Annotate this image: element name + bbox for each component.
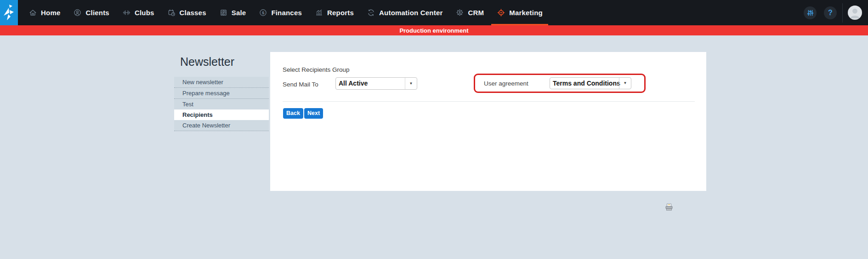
sidebar-menu: New newsletter Prepare message Test Reci… xyxy=(174,77,269,131)
highlight-box: User agreement Terms and Conditions ▼ xyxy=(474,74,646,93)
nav-label: Automation Center xyxy=(379,9,443,17)
nav-label: Finances xyxy=(271,9,302,17)
user-agreement-dropdown[interactable]: Terms and Conditions ▼ xyxy=(550,77,631,89)
environment-banner-text: Production environment xyxy=(399,27,468,34)
sale-icon xyxy=(219,8,228,17)
content-divider xyxy=(283,101,695,102)
nav-item-finances[interactable]: $ Finances xyxy=(252,0,308,25)
sidebar-title: Newsletter xyxy=(174,55,269,68)
settings-sliders-button[interactable] xyxy=(804,6,817,19)
send-mail-to-label: Send Mail To xyxy=(283,81,318,88)
nav-item-sale[interactable]: Sale xyxy=(213,0,253,25)
sidebar-item-recipients[interactable]: Recipients xyxy=(174,109,269,120)
clients-icon xyxy=(73,8,82,17)
help-button[interactable]: ? xyxy=(824,6,837,19)
print-button[interactable] xyxy=(664,203,674,213)
marketing-icon xyxy=(497,8,505,17)
classes-icon xyxy=(167,8,176,17)
nav-item-crm[interactable]: CRM xyxy=(449,0,490,25)
nav-label: CRM xyxy=(468,9,484,17)
sidebar-item-test[interactable]: Test xyxy=(174,99,269,109)
nav-divider xyxy=(842,3,843,23)
printer-icon xyxy=(664,203,674,211)
environment-banner: Production environment xyxy=(0,25,868,35)
top-navigation-bar: Home Clients Clubs xyxy=(0,0,868,25)
star-logo-icon xyxy=(0,0,18,25)
nav-label: Sale xyxy=(232,9,246,17)
home-icon xyxy=(28,8,37,17)
nav-label: Clubs xyxy=(135,9,154,17)
nav-label: Clients xyxy=(85,9,109,17)
nav-item-home[interactable]: Home xyxy=(22,0,67,25)
nav-item-clients[interactable]: Clients xyxy=(67,0,115,25)
user-avatar[interactable] xyxy=(848,6,862,20)
send-mail-to-dropdown[interactable]: All Active ▼ xyxy=(335,77,417,90)
dropdown-arrow-box[interactable]: ▼ xyxy=(405,78,417,89)
panel-heading: Select Recipients Group xyxy=(283,66,350,73)
nav-item-marketing[interactable]: Marketing xyxy=(490,0,549,25)
chevron-down-icon: ▼ xyxy=(409,82,413,86)
sidebar-item-new-newsletter[interactable]: New newsletter xyxy=(174,77,269,88)
recipients-step-panel: Select Recipients Group Send Mail To All… xyxy=(270,52,706,191)
automation-center-icon xyxy=(367,8,375,17)
sliders-icon xyxy=(806,9,814,17)
sidebar-item-create-newsletter[interactable]: Create Newsletter xyxy=(174,120,269,131)
sidebar-item-prepare-message[interactable]: Prepare message xyxy=(174,88,269,99)
next-button[interactable]: Next xyxy=(304,108,323,119)
newsletter-sidebar: Newsletter New newsletter Prepare messag… xyxy=(174,55,269,131)
nav-item-reports[interactable]: Reports xyxy=(308,0,360,25)
back-button[interactable]: Back xyxy=(283,108,303,119)
svg-text:$: $ xyxy=(262,10,265,15)
reports-icon xyxy=(315,8,323,17)
finances-icon: $ xyxy=(259,8,267,17)
nav-item-clubs[interactable]: Clubs xyxy=(116,0,161,25)
question-mark-icon: ? xyxy=(828,9,833,17)
dropdown-arrow-box[interactable]: ▼ xyxy=(619,78,631,89)
user-agreement-label: User agreement xyxy=(484,80,528,87)
nav-label: Marketing xyxy=(509,9,543,17)
nav-item-classes[interactable]: Classes xyxy=(161,0,213,25)
nav-label: Classes xyxy=(180,9,206,17)
main-menu: Home Clients Clubs xyxy=(22,0,549,25)
person-silhouette-icon xyxy=(848,6,862,20)
clubs-icon xyxy=(122,8,131,17)
nav-label: Reports xyxy=(327,9,354,17)
app-logo[interactable] xyxy=(0,0,18,25)
nav-label: Home xyxy=(41,9,60,17)
chevron-down-icon: ▼ xyxy=(624,81,627,85)
nav-item-automation-center[interactable]: Automation Center xyxy=(360,0,449,25)
crm-icon xyxy=(455,8,464,17)
nav-right-controls: ? xyxy=(804,0,868,25)
application-window: Home Clients Clubs xyxy=(0,0,868,259)
